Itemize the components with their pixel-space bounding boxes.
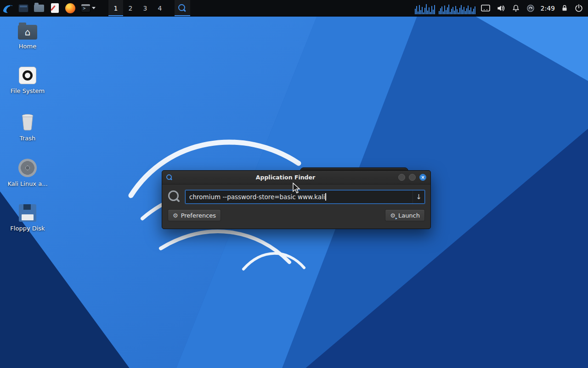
display-tray-icon[interactable]: [481, 5, 490, 12]
terminal-icon: >: [81, 4, 90, 12]
workspace-2[interactable]: 2: [123, 0, 138, 16]
panel-status-area: 2:49: [415, 0, 588, 16]
desktop-icon-label: Home: [19, 43, 36, 50]
window-title: Application Finder: [173, 174, 398, 181]
folder-icon: [34, 5, 44, 12]
lock-icon[interactable]: [560, 4, 569, 13]
chevron-down-icon[interactable]: [92, 7, 96, 9]
drive-icon: [19, 67, 36, 84]
firefox-launcher[interactable]: [62, 0, 78, 16]
search-input-value: chromium --password-store=basic www.kali: [186, 193, 325, 201]
play-icon: ▸: [396, 216, 397, 220]
desktop-icon-label: Floppy Disk: [10, 225, 45, 232]
notifications-bell-icon[interactable]: [511, 4, 520, 13]
workspace-3[interactable]: 3: [138, 0, 153, 16]
dropdown-arrow-icon[interactable]: ↓: [413, 190, 424, 203]
application-finder-window: Application Finder × chromium --password…: [162, 170, 431, 229]
home-folder-icon: ⌂: [18, 25, 37, 40]
desktop-icon-floppy[interactable]: Floppy Disk: [6, 204, 50, 232]
minimize-button[interactable]: [398, 174, 405, 181]
desktop-icon-kali-cd[interactable]: Kali Linux a...: [6, 159, 50, 188]
desktop-icon-label: Trash: [20, 135, 35, 142]
firefox-icon: [65, 3, 75, 13]
panel-launchers: > 1 2 3 4: [0, 0, 190, 16]
prompt-icon: >: [83, 7, 86, 11]
workspace-switcher: 1 2 3 4: [108, 0, 167, 16]
close-button[interactable]: ×: [419, 174, 426, 181]
update-status-icon[interactable]: [526, 4, 535, 13]
taskbar-application-finder[interactable]: [175, 0, 190, 16]
kali-logo-icon: [2, 2, 14, 14]
window-controls: ×: [398, 174, 426, 181]
desktop-icon-trash[interactable]: Trash: [6, 111, 50, 142]
button-row: ⚙ Preferences ⚙▸ Launch: [168, 209, 425, 221]
workspace-4[interactable]: 4: [153, 0, 167, 16]
preferences-button-label: Preferences: [181, 212, 216, 219]
app-finder-icon: [166, 174, 173, 181]
drive-platter-icon: [23, 70, 33, 80]
terminal-launcher[interactable]: >: [78, 0, 98, 16]
gear-icon: ⚙: [390, 212, 396, 219]
file-manager-icon: [18, 4, 28, 12]
clock[interactable]: 2:49: [541, 5, 555, 12]
file-manager-launcher[interactable]: [16, 0, 31, 16]
trash-icon: [17, 111, 38, 132]
gear-icon: ⚙: [173, 213, 178, 218]
desktop-icon-home[interactable]: ⌂ Home: [6, 25, 50, 50]
search-input[interactable]: chromium --password-store=basic www.kali…: [185, 190, 425, 204]
text-caret: [325, 193, 326, 201]
kali-menu-button[interactable]: [0, 0, 16, 16]
folder-launcher[interactable]: [31, 0, 47, 16]
volume-icon[interactable]: [496, 4, 506, 13]
desktop-icon-file-system[interactable]: File System: [6, 67, 50, 95]
maximize-button[interactable]: [409, 174, 416, 181]
workspace-1[interactable]: 1: [108, 0, 123, 16]
preferences-button[interactable]: ⚙ Preferences: [168, 209, 221, 221]
app-finder-icon: [178, 4, 187, 13]
desktop-icon-list: ⌂ Home File System Trash Kali Linux a...…: [6, 25, 50, 232]
desktop-icon-label: File System: [11, 88, 45, 95]
search-icon: [168, 190, 181, 204]
text-editor-launcher[interactable]: [47, 0, 62, 16]
launch-button[interactable]: ⚙▸ Launch: [385, 209, 425, 221]
floppy-disk-icon: [19, 204, 36, 222]
cd-disc-icon: [18, 159, 37, 177]
desktop-screen: ⌂ Home File System Trash Kali Linux a...…: [0, 0, 588, 368]
text-editor-icon: [51, 3, 59, 13]
cpu-graph[interactable]: [415, 2, 475, 14]
desktop-icon-label: Kali Linux a...: [7, 181, 47, 188]
top-panel: > 1 2 3 4: [0, 0, 588, 17]
terminal-launcher-group: >: [81, 4, 96, 12]
mouse-cursor: [292, 183, 301, 195]
launch-button-label: Launch: [398, 212, 420, 219]
power-icon[interactable]: [574, 4, 583, 13]
house-icon: ⌂: [25, 28, 31, 37]
launch-icon: ⚙▸: [390, 212, 396, 219]
